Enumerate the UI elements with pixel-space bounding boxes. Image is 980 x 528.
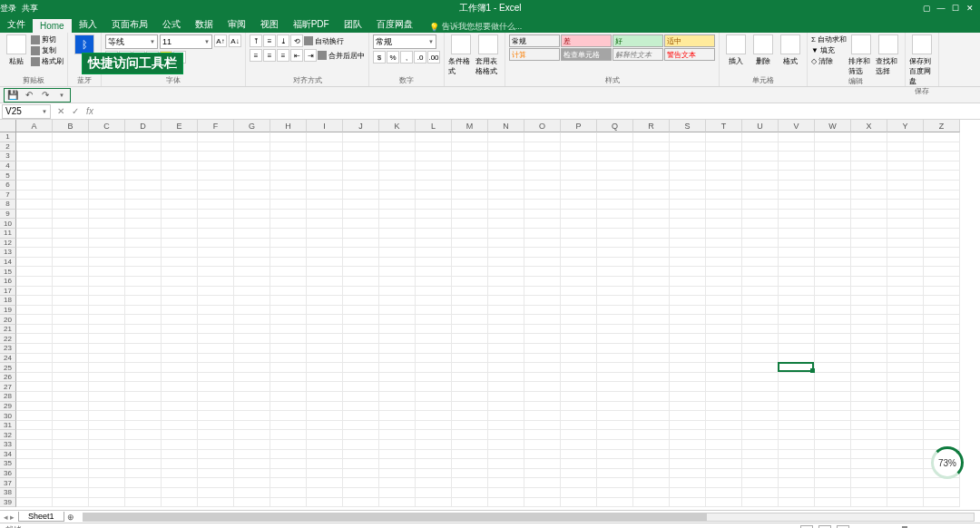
cell[interactable] bbox=[343, 210, 379, 220]
cell[interactable] bbox=[16, 142, 53, 152]
row-header[interactable]: 34 bbox=[0, 450, 16, 460]
cell[interactable] bbox=[343, 315, 379, 325]
cell[interactable] bbox=[851, 334, 887, 344]
cell[interactable] bbox=[670, 488, 706, 498]
cell[interactable] bbox=[597, 181, 633, 191]
cell[interactable] bbox=[379, 142, 416, 152]
cell[interactable] bbox=[416, 411, 452, 421]
cell[interactable] bbox=[488, 421, 524, 431]
cell[interactable] bbox=[597, 277, 633, 287]
cell[interactable] bbox=[53, 430, 89, 440]
cell[interactable] bbox=[379, 219, 416, 229]
cell[interactable] bbox=[779, 152, 815, 161]
cell[interactable] bbox=[561, 306, 597, 316]
cell[interactable] bbox=[742, 402, 779, 412]
cell[interactable] bbox=[162, 152, 198, 161]
cell[interactable] bbox=[670, 200, 706, 210]
cell[interactable] bbox=[706, 181, 742, 191]
cell[interactable] bbox=[416, 315, 452, 325]
cell[interactable] bbox=[307, 382, 343, 392]
cell[interactable] bbox=[379, 411, 416, 421]
cell[interactable] bbox=[162, 325, 198, 335]
cell[interactable] bbox=[524, 239, 561, 249]
cell[interactable] bbox=[452, 200, 488, 210]
cell[interactable] bbox=[416, 334, 452, 344]
cell[interactable] bbox=[779, 430, 815, 440]
cell[interactable] bbox=[633, 287, 670, 297]
cell[interactable] bbox=[742, 411, 779, 421]
cell[interactable] bbox=[924, 488, 960, 498]
tab-home[interactable]: Home bbox=[33, 19, 72, 33]
cell[interactable] bbox=[524, 469, 561, 479]
row-header[interactable]: 7 bbox=[0, 191, 16, 200]
cell[interactable] bbox=[706, 296, 742, 306]
cell[interactable] bbox=[234, 181, 270, 191]
column-header[interactable]: Y bbox=[887, 120, 924, 132]
cell[interactable] bbox=[162, 334, 198, 344]
cell[interactable] bbox=[125, 315, 162, 325]
cell[interactable] bbox=[452, 334, 488, 344]
cell[interactable] bbox=[706, 306, 742, 316]
cell[interactable] bbox=[524, 296, 561, 306]
cell[interactable] bbox=[53, 344, 89, 354]
cell[interactable] bbox=[379, 229, 416, 239]
cell[interactable] bbox=[597, 229, 633, 239]
cell[interactable] bbox=[851, 363, 887, 373]
cell[interactable] bbox=[416, 171, 452, 181]
cell[interactable] bbox=[89, 373, 125, 383]
cell[interactable] bbox=[597, 498, 633, 508]
row-header[interactable]: 22 bbox=[0, 334, 16, 344]
cell[interactable] bbox=[851, 191, 887, 200]
cell[interactable] bbox=[779, 315, 815, 325]
cell[interactable] bbox=[416, 469, 452, 479]
column-header[interactable]: F bbox=[198, 120, 234, 132]
cell[interactable] bbox=[815, 402, 851, 412]
cell[interactable] bbox=[779, 354, 815, 364]
cell[interactable] bbox=[524, 478, 561, 488]
cell[interactable] bbox=[125, 171, 162, 181]
qat-undo-button[interactable]: ↶ bbox=[23, 89, 35, 102]
cell[interactable] bbox=[887, 334, 924, 344]
cell[interactable] bbox=[416, 287, 452, 297]
page-layout-view-button[interactable] bbox=[818, 525, 831, 529]
cell[interactable] bbox=[851, 430, 887, 440]
cell[interactable] bbox=[16, 430, 53, 440]
cell[interactable] bbox=[89, 450, 125, 460]
cell[interactable] bbox=[270, 210, 307, 220]
cell[interactable] bbox=[270, 132, 307, 142]
cell[interactable] bbox=[416, 142, 452, 152]
cell[interactable] bbox=[89, 315, 125, 325]
cell[interactable] bbox=[198, 267, 234, 277]
cell[interactable] bbox=[234, 152, 270, 161]
cell[interactable] bbox=[924, 210, 960, 220]
cell[interactable] bbox=[851, 488, 887, 498]
cell[interactable] bbox=[379, 459, 416, 469]
cell[interactable] bbox=[887, 142, 924, 152]
tab-formulas[interactable]: 公式 bbox=[155, 16, 188, 33]
cell[interactable] bbox=[670, 421, 706, 431]
cell[interactable] bbox=[198, 306, 234, 316]
cell[interactable] bbox=[198, 382, 234, 392]
cell[interactable] bbox=[815, 239, 851, 249]
cell[interactable] bbox=[597, 450, 633, 460]
cell[interactable] bbox=[742, 450, 779, 460]
cell[interactable] bbox=[706, 171, 742, 181]
cell[interactable] bbox=[524, 132, 561, 142]
cell[interactable] bbox=[706, 411, 742, 421]
cell[interactable] bbox=[89, 354, 125, 364]
cell[interactable] bbox=[234, 296, 270, 306]
cell[interactable] bbox=[706, 132, 742, 142]
cell[interactable] bbox=[16, 354, 53, 364]
cell[interactable] bbox=[162, 498, 198, 508]
style-calc[interactable]: 计算 bbox=[509, 48, 560, 61]
row-header[interactable]: 32 bbox=[0, 430, 16, 440]
cell[interactable] bbox=[706, 382, 742, 392]
cell[interactable] bbox=[706, 440, 742, 450]
cell[interactable] bbox=[488, 363, 524, 373]
cell[interactable] bbox=[524, 363, 561, 373]
cell[interactable] bbox=[633, 334, 670, 344]
cell[interactable] bbox=[488, 239, 524, 249]
cell[interactable] bbox=[162, 171, 198, 181]
number-format-combo[interactable]: 常规▼ bbox=[373, 34, 436, 49]
cell[interactable] bbox=[53, 210, 89, 220]
